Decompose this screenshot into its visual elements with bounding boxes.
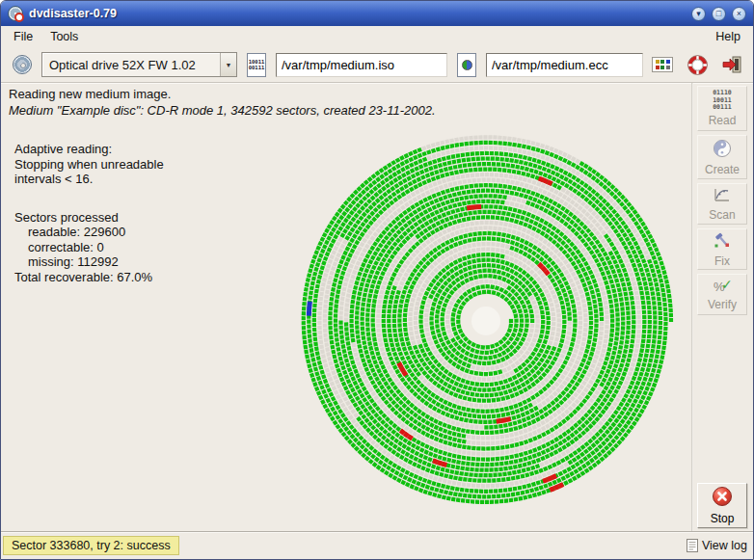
app-window: dvdisaster-0.79 ▾ □ × File Tools Help Op… [0, 0, 754, 560]
view-log-label: View log [702, 539, 747, 552]
view-log-button[interactable]: View log [687, 539, 747, 552]
status-line-1: Reading new medium image. [9, 86, 436, 102]
ecc-file-icon [457, 53, 476, 77]
quit-button[interactable] [718, 50, 745, 79]
scan-button[interactable]: Scan [697, 183, 747, 225]
fix-button[interactable]: Fix [697, 228, 747, 270]
readable-count: readable: 229600 [14, 225, 270, 240]
menubar: File Tools Help [1, 26, 753, 47]
toolbar: Optical drive 52X FW 1.02 ▼ 10011 00111 [1, 47, 753, 83]
reading-info-panel: Adaptive reading: Stopping when unreadab… [14, 142, 270, 284]
minimize-button[interactable]: ▾ [691, 7, 706, 21]
maximize-button[interactable]: □ [712, 7, 726, 21]
stop-icon [712, 486, 733, 510]
image-file-icon: 10011 00111 [247, 53, 266, 77]
correctable-count: correctable: 0 [14, 240, 270, 255]
window-title: dvdisaster-0.79 [29, 7, 117, 20]
stopping-line-1: Stopping when unreadable [14, 157, 270, 173]
verify-button[interactable]: %✓ Verify [697, 274, 747, 315]
verify-check-icon: %✓ [713, 279, 732, 296]
menu-help[interactable]: Help [707, 28, 749, 45]
create-button-label: Create [705, 163, 740, 176]
stop-button-label: Stop [711, 512, 735, 525]
missing-count: missing: 112992 [14, 254, 270, 270]
menu-tools[interactable]: Tools [41, 28, 87, 45]
binary-row: 00111 [249, 65, 265, 71]
ecc-file-button[interactable] [453, 50, 480, 79]
log-file-icon [687, 539, 698, 552]
lifering-icon [687, 55, 708, 75]
titlebar[interactable]: dvdisaster-0.79 ▾ □ × [1, 1, 753, 26]
disc-sector-map [283, 127, 690, 519]
sectors-processed-heading: Sectors processed [14, 210, 270, 226]
drive-combobox[interactable]: Optical drive 52X FW 1.02 ▼ [41, 52, 237, 77]
menu-file[interactable]: File [5, 28, 41, 45]
read-button[interactable]: 01110 10011 00111 Read [697, 86, 747, 131]
create-button[interactable]: Create [697, 135, 747, 179]
help-button[interactable] [684, 50, 711, 79]
statusbar: Sector 333680, try 2: success View log [1, 531, 753, 559]
hammer-icon [713, 230, 732, 253]
stopping-line-2: intervals < 16. [14, 172, 270, 187]
adaptive-reading-heading: Adaptive reading: [14, 142, 270, 157]
preferences-button[interactable] [649, 50, 676, 79]
chevron-down-icon[interactable]: ▼ [220, 53, 236, 76]
read-button-label: Read [709, 114, 737, 127]
fix-button-label: Fix [714, 254, 730, 268]
sidebar-separator [691, 83, 693, 531]
yin-yang-icon [713, 139, 732, 161]
status-header: Reading new medium image. Medium "Exampl… [9, 86, 436, 119]
status-message: Sector 333680, try 2: success [3, 536, 179, 555]
scan-chart-icon [713, 186, 732, 206]
preferences-icon [652, 57, 673, 73]
scan-button-label: Scan [709, 208, 735, 222]
stop-button[interactable]: Stop [697, 483, 747, 528]
drive-combobox-value: Optical drive 52X FW 1.02 [42, 58, 220, 72]
total-recoverable: Total recoverable: 67.0% [14, 270, 270, 285]
optical-drive-icon [13, 55, 32, 74]
medium-info-line: Medium "Example disc": CD-R mode 1, 3425… [9, 102, 436, 119]
exit-door-icon [721, 55, 742, 74]
read-binary-icon: 01110 10011 00111 [713, 90, 732, 112]
verify-button-label: Verify [708, 298, 737, 311]
close-button[interactable]: × [732, 7, 746, 21]
app-icon [8, 6, 23, 21]
ecc-path-input[interactable] [486, 53, 643, 77]
iso-path-input[interactable] [276, 53, 447, 77]
drive-select-button[interactable] [9, 50, 36, 79]
image-file-button[interactable]: 10011 00111 [243, 50, 270, 79]
